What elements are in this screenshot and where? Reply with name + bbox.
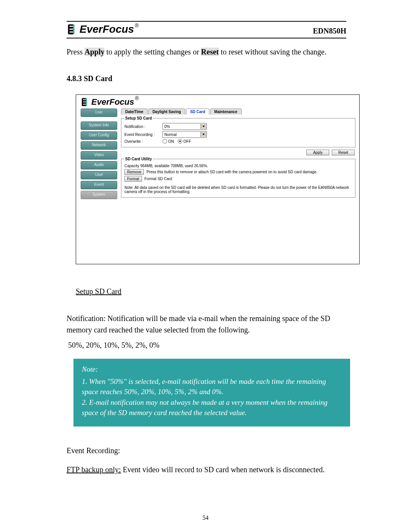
tab-date-time[interactable]: Date/Time [121,109,148,115]
utility-note: Note: All data saved on the SD card will… [124,185,352,194]
overwrite-off-radio[interactable]: OFF [178,139,191,144]
radio-label: ON [168,139,174,144]
sidebar-item-user-config[interactable]: User Config [81,131,117,140]
setup-sd-card-group: Setup SD Card Notification : 0% Event Re… [121,116,355,147]
radio-icon [162,139,167,144]
page-number: 54 [0,514,411,521]
svg-rect-4 [73,24,75,34]
svg-rect-7 [83,102,86,102]
sidebar-item-live[interactable]: Live [81,109,117,117]
sd-card-utility-group: SD Card Utility Capacity 964MB, availabl… [121,157,355,198]
notification-label: Notification : [124,125,162,129]
sidebar-item-user[interactable]: User [81,171,117,179]
note-title: Note: [82,364,342,375]
sidebar-item-event[interactable]: Event [81,181,117,189]
text: to reset without saving the change. [219,48,327,56]
intro-paragraph: Press Apply to apply the setting changes… [67,46,346,58]
format-text: Format SD Card [144,177,172,181]
everfocus-icon [81,97,90,107]
app-header: EverFocus ® [76,95,359,109]
setup-legend: Setup SD Card [124,116,153,120]
event-recording-heading: Event Recording: [67,445,346,456]
remove-text: Press this button to remove or attach SD… [147,170,317,174]
notification-value: 0% [164,125,170,129]
svg-rect-3 [70,32,73,33]
sidebar-item-system[interactable]: System [81,191,117,199]
svg-rect-2 [70,29,73,30]
app-brand-name: EverFocus [91,97,134,107]
sidebar-item-network[interactable]: Network [81,141,117,150]
notification-select[interactable]: 0% [162,123,207,130]
radio-icon [178,139,182,144]
button-row: Apply Reset [121,150,355,155]
apply-button[interactable]: Apply [306,150,329,155]
svg-rect-6 [83,99,86,100]
model-number: EDN850H [313,27,346,35]
event-recording-value: Normal [164,133,177,137]
note-line-2: 2. E-mail notification may not always be… [82,397,342,418]
document-page: EverFocus ® EDN850H Press Apply to apply… [0,0,411,532]
radio-label: OFF [183,139,191,144]
brand-name: EverFocus [80,23,134,35]
app-window: EverFocus ® Live System Info User Config… [76,94,360,264]
tab-bar: Date/Time Daylight Saving SD Card Mainte… [121,109,355,115]
text: Press [67,48,84,56]
registered-mark: ® [135,95,139,101]
note-line-1: 1. When "50%" is selected, e-mail notifi… [82,376,342,397]
chevron-down-icon [201,124,206,129]
capacity-text: Capacity 964MB, available 708MB, used 26… [124,164,352,168]
overwrite-on-radio[interactable]: ON [162,139,174,144]
svg-rect-1 [70,26,73,27]
tab-daylight-saving[interactable]: Daylight Saving [148,109,185,115]
tab-sd-card[interactable]: SD Card [186,109,209,115]
page-header: EverFocus ® EDN850H [67,21,346,38]
text: to apply the setting changes or [104,48,201,56]
registered-mark: ® [135,22,139,29]
event-recording-select[interactable]: Normal [162,131,207,138]
sidebar-item-audio[interactable]: Audio [81,161,117,169]
reset-word: Reset [201,48,219,56]
sidebar-item-system-info[interactable]: System Info [81,121,117,130]
svg-rect-9 [86,98,87,106]
overwrite-label: Overwrite : [124,139,162,144]
notification-paragraph: Notification: Notification will be made … [67,313,346,335]
reset-button[interactable]: Reset [332,150,355,155]
app-brand-logo: EverFocus ® [81,97,355,107]
sidebar-item-video[interactable]: Video [81,151,117,160]
format-button[interactable]: Format [124,176,142,182]
ftp-label: FTP backup only: [67,465,121,474]
brand-logo: EverFocus ® [67,23,139,35]
ftp-text: Event video will record to SD card when … [121,465,325,474]
tab-maintenance[interactable]: Maintenance [210,109,242,115]
svg-rect-8 [83,104,86,105]
note-box: Note: 1. When "50%" is selected, e-mail … [73,359,350,427]
ftp-paragraph: FTP backup only: Event video will record… [67,464,346,475]
section-heading: 4.8.3 SD Card [67,74,346,83]
main-panel: Date/Time Daylight Saving SD Card Mainte… [121,109,355,253]
setup-subheading: Setup SD Card [76,287,121,296]
apply-word: Apply [84,48,104,56]
utility-legend: SD Card Utility [124,157,153,161]
event-recording-label: Event Recording : [124,133,162,137]
percent-values: 50%, 20%, 10%, 5%, 2%, 0% [68,341,346,350]
remove-button[interactable]: Remove [124,169,144,175]
sidebar: Live System Info User Config Network Vid… [81,109,117,201]
everfocus-icon [67,24,78,35]
chevron-down-icon [201,132,206,137]
